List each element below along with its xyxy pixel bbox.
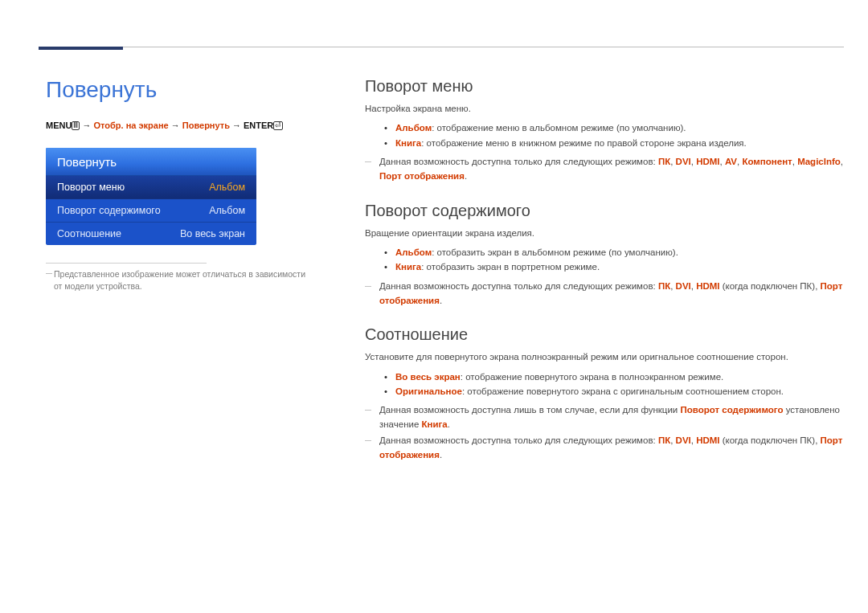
header-accent [39, 47, 123, 50]
arrow-icon: → [232, 121, 241, 130]
osd-row[interactable]: Поворот содержимого Альбом [46, 199, 256, 223]
mode-label: ПК [658, 157, 670, 166]
osd-row[interactable]: Поворот меню Альбом [46, 176, 256, 199]
page-body: Повернуть MENUⅢ → Отобр. на экране → Пов… [0, 0, 868, 463]
option-desc: : отобразить экран в портретном режиме. [421, 262, 600, 272]
note-text: (когда подключен ПК), [720, 281, 821, 291]
mode-label: HDMI [696, 281, 719, 291]
list-item: Во весь экран: отображение повернутого э… [384, 370, 844, 384]
note-text: (когда подключен ПК), [720, 435, 821, 445]
section-intro: Установите для повернутого экрана полноэ… [365, 350, 844, 364]
option-label: Альбом [395, 247, 432, 257]
osd-row-value: Во весь экран [180, 228, 245, 239]
list-item: Альбом: отображение меню в альбомном реж… [384, 121, 844, 135]
section-heading: Поворот содержимого [365, 202, 844, 220]
osd-row-label: Соотношение [57, 228, 121, 239]
osd-row-label: Поворот меню [57, 182, 125, 193]
mode-label: HDMI [696, 435, 719, 445]
list-item: Оригинальное: отображение повернутого эк… [384, 384, 844, 398]
mode-label: DVI [676, 281, 691, 291]
option-label: Альбом [395, 123, 432, 133]
option-desc: : отображение повернутого экрана в полно… [461, 372, 723, 382]
menu-path-suffix: ENTER [244, 121, 273, 130]
mode-label: Книга [422, 419, 448, 429]
sep: , [841, 157, 843, 166]
section-heading: Соотношение [365, 325, 844, 344]
list-item: Альбом: отобразить экран в альбомном реж… [384, 245, 844, 260]
mode-label: AV [725, 157, 737, 166]
osd-row[interactable]: Соотношение Во весь экран [46, 223, 256, 245]
menu-path-step: Повернуть [182, 121, 230, 130]
dot: . [448, 419, 450, 429]
divider [46, 263, 207, 264]
osd-row-value: Альбом [209, 205, 245, 216]
dot: . [440, 450, 442, 460]
note-text: Данная возможность доступна лишь в том с… [379, 405, 681, 415]
note-text: Данная возможность доступна только для с… [379, 435, 658, 445]
mode-label: DVI [676, 157, 691, 166]
bullet-list: Во весь экран: отображение повернутого э… [384, 370, 844, 399]
menu-path-prefix: MENU [46, 121, 72, 130]
menu-icon: Ⅲ [72, 121, 80, 130]
option-label: Книга [395, 262, 421, 272]
page-title: Повернуть [46, 77, 309, 103]
availability-note: Данная возможность доступна только для с… [365, 434, 844, 463]
menu-path-step: Отобр. на экране [94, 121, 169, 130]
section-intro: Настройка экрана меню. [365, 102, 844, 116]
section-heading: Поворот меню [365, 77, 844, 96]
note-text: Данная возможность доступна только для с… [379, 281, 658, 291]
option-label: Книга [395, 138, 421, 148]
option-desc: : отображение меню в альбомном режиме (п… [432, 123, 686, 133]
list-item: Книга: отобразить экран в портретном реж… [384, 260, 844, 274]
osd-row-value: Альбом [209, 182, 245, 193]
availability-note: Данная возможность доступна только для с… [365, 155, 844, 184]
osd-panel: Повернуть Поворот меню Альбом Поворот со… [46, 148, 256, 245]
header-rule [39, 47, 844, 47]
option-label: Оригинальное [395, 386, 462, 396]
list-item: Книга: отображение меню в книжном режиме… [384, 136, 844, 150]
mode-label: HDMI [696, 157, 719, 166]
osd-row-label: Поворот содержимого [57, 205, 161, 216]
mode-label: MagicInfo [797, 157, 841, 166]
mode-label: Компонент [742, 157, 792, 166]
mode-label: ПК [658, 281, 670, 291]
option-label: Во весь экран [395, 372, 461, 382]
condition-note: Данная возможность доступна лишь в том с… [365, 403, 844, 432]
section-intro: Вращение ориентации экрана изделия. [365, 227, 844, 240]
image-disclaimer: Представленное изображение может отличат… [46, 268, 309, 292]
enter-icon: ⏎ [273, 121, 283, 130]
dot: . [440, 296, 442, 305]
availability-note: Данная возможность доступна только для с… [365, 280, 844, 309]
arrow-icon: → [82, 121, 91, 130]
option-desc: : отображение повернутого экрана с ориги… [462, 386, 784, 396]
option-desc: : отображение меню в книжном режиме по п… [421, 138, 747, 148]
osd-title: Повернуть [46, 148, 256, 176]
menu-path: MENUⅢ → Отобр. на экране → Повернуть → E… [46, 121, 309, 130]
bullet-list: Альбом: отображение меню в альбомном реж… [384, 121, 844, 150]
note-text: Данная возможность доступна только для с… [379, 157, 658, 166]
left-column: Повернуть MENUⅢ → Отобр. на экране → Пов… [46, 77, 309, 463]
section-rotate-menu: Поворот меню Настройка экрана меню. Альб… [365, 77, 844, 184]
mode-label: Порт отображения [379, 171, 465, 181]
right-column: Поворот меню Настройка экрана меню. Альб… [365, 77, 844, 463]
dot: . [465, 171, 467, 181]
mode-label: ПК [658, 435, 670, 445]
bullet-list: Альбом: отобразить экран в альбомном реж… [384, 245, 844, 275]
section-rotate-content: Поворот содержимого Вращение ориентации … [365, 202, 844, 309]
mode-label: DVI [676, 435, 691, 445]
section-ratio: Соотношение Установите для повернутого э… [365, 325, 844, 462]
mode-label: Поворот содержимого [681, 405, 784, 415]
option-desc: : отобразить экран в альбомном режиме (п… [432, 247, 678, 257]
arrow-icon: → [171, 121, 180, 130]
